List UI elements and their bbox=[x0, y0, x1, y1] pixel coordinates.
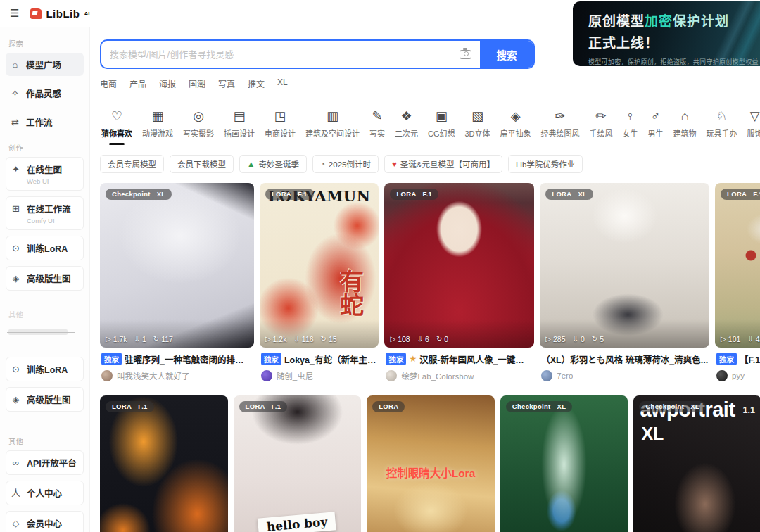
filter-pill[interactable]: 会员下载模型 bbox=[170, 155, 234, 173]
model-author-row[interactable]: 叫我浅笑大人就好了 bbox=[101, 370, 253, 381]
sidebar-item-label: 会员中心 bbox=[27, 517, 62, 530]
category-label: 猜你喜欢 bbox=[101, 127, 132, 139]
sidebar-item-icon: ◇ bbox=[11, 519, 21, 528]
sidebar-item[interactable]: ◇ 会员中心 bbox=[6, 511, 84, 532]
download-icon: ⇩ bbox=[293, 335, 299, 343]
play-icon: ▷ bbox=[545, 335, 551, 343]
model-author-row[interactable]: pyy bbox=[716, 370, 760, 381]
model-title[interactable]: 驻曜序列_一种笔触密闭的排布情... bbox=[125, 353, 253, 366]
download-count-value: 42 bbox=[756, 335, 760, 343]
sidebar-item-label: 训练LoRA bbox=[27, 362, 68, 376]
model-author-row[interactable]: 随创_虫尼 bbox=[261, 370, 378, 381]
category-item[interactable]: ▥ 建筑及空间设计 bbox=[304, 108, 361, 145]
sidebar-item-label: 高级版生图 bbox=[27, 272, 71, 285]
play-count-value: 101 bbox=[728, 335, 741, 343]
category-item[interactable]: ◈ 扁平抽象 bbox=[499, 108, 533, 145]
model-title[interactable]: 【F.1课程作业】- 60,70年代风格插画 bbox=[740, 353, 760, 366]
category-label: 电商设计 bbox=[265, 127, 296, 139]
model-title[interactable]: （XL）彩羽とも风格 琉璃薄荷冰_清爽色... bbox=[541, 353, 708, 366]
sidebar-item-label: 高级版生图 bbox=[27, 393, 71, 406]
sidebar-item[interactable]: ⊙ 训练LoRA bbox=[6, 236, 84, 260]
model-thumbnail: LORA XL ▷285 ⇩0 ↻5 bbox=[540, 183, 709, 348]
run-count: ↻15 bbox=[321, 335, 337, 343]
sidebar-item[interactable]: ◈ 高级版生图 bbox=[6, 387, 84, 412]
model-card[interactable]: Checkpoint XL ▷1.7k ⇩1 ↻117 bbox=[100, 183, 254, 388]
model-card[interactable]: LORA F.1 ▷448 ⇩35 ↻48 bbox=[100, 395, 228, 532]
category-item[interactable]: ▽ 服饰 bbox=[746, 108, 760, 145]
hamburger-menu-icon[interactable]: ☰ bbox=[10, 7, 19, 20]
model-card[interactable]: LORA 控制眼睛大小Lora ▷455 ⇩0 ↻6 bbox=[367, 395, 495, 532]
model-card[interactable]: Checkpoint XL awportrait XL 1.1 ▷97.3k ⇩… bbox=[633, 395, 760, 532]
category-item[interactable]: ✏ 手绘风 bbox=[588, 108, 614, 145]
category-item[interactable]: ❖ 二次元 bbox=[393, 108, 419, 145]
model-card[interactable]: LORA F.1 hello boy ▷8.1k ⇩1.8k ↻43 bbox=[234, 395, 362, 532]
category-item[interactable]: ♀ 女生 bbox=[621, 108, 640, 145]
filter-pill[interactable]: 会员专属模型 bbox=[100, 155, 164, 173]
model-thumbnail: LORA 控制眼睛大小Lora ▷455 ⇩0 ↻6 bbox=[367, 395, 495, 532]
search-button[interactable]: 搜索 bbox=[480, 41, 533, 68]
category-icon: ⌂ bbox=[681, 108, 689, 125]
model-title[interactable]: Lokya_有蛇（新年主题） bbox=[284, 353, 378, 366]
play-icon: ▷ bbox=[390, 335, 395, 343]
brand-logo[interactable]: LibLib AI bbox=[30, 8, 89, 20]
category-item[interactable]: ▣ CG幻想 bbox=[426, 108, 457, 145]
filter-pill-label: 会员专属模型 bbox=[108, 158, 156, 170]
sidebar-item[interactable]: ⊞ 在线工作流 Comfy UI bbox=[6, 196, 84, 230]
download-count-value: 116 bbox=[302, 335, 314, 343]
category-item[interactable]: ▧ 3D立体 bbox=[464, 108, 492, 145]
model-card[interactable]: LORA XL ▷285 ⇩0 ↻5 bbox=[540, 183, 709, 388]
category-icon: ▥ bbox=[327, 108, 338, 125]
quick-tag[interactable]: 推文 bbox=[248, 77, 265, 89]
category-item[interactable]: ◳ 电商设计 bbox=[263, 108, 297, 145]
model-card[interactable]: LORA F.1 LOKYAMUN 有蛇 ▷1.2k ⇩116 ↻15 bbox=[260, 183, 379, 388]
quick-tag[interactable]: 写真 bbox=[218, 77, 235, 89]
author-avatar bbox=[386, 370, 397, 381]
camera-search-icon[interactable] bbox=[460, 50, 471, 59]
filter-pill-icon: ▲ bbox=[247, 160, 255, 168]
search-input[interactable] bbox=[101, 49, 460, 60]
category-label: 二次元 bbox=[395, 127, 418, 139]
category-item[interactable]: ✑ 经典绘图风 bbox=[540, 108, 581, 145]
sidebar-item[interactable]: ⌂ 模型广场 bbox=[6, 53, 84, 76]
category-label: 写实 bbox=[369, 127, 385, 139]
quick-tag-row: 电商 产品 海报 国潮 写真 推文 XL bbox=[100, 77, 760, 89]
model-title[interactable]: 汉服-新年国风人像_一键生成... bbox=[419, 353, 533, 366]
category-item[interactable]: ▦ 动漫游戏 bbox=[141, 108, 175, 145]
run-count-value: 5 bbox=[600, 335, 604, 343]
category-item[interactable]: ♘ 玩具手办 bbox=[705, 108, 739, 145]
sidebar-item-icon: ◈ bbox=[11, 395, 21, 404]
model-card[interactable]: LORA F.1 ▷108 ⇩6 ↻0 bbox=[384, 183, 534, 388]
category-item[interactable]: ⌂ 建筑物 bbox=[672, 108, 698, 145]
sidebar-item-icon: ⌂ bbox=[10, 60, 20, 69]
model-type: Checkpoint bbox=[512, 403, 551, 410]
quick-tag[interactable]: 海报 bbox=[159, 77, 176, 89]
author-name: 绘梦Lab_Colorshow bbox=[401, 370, 474, 381]
filter-pill[interactable]: ◔ 2025倒计时 bbox=[312, 155, 379, 173]
quick-tag[interactable]: XL bbox=[277, 77, 288, 89]
quick-tag[interactable]: 电商 bbox=[100, 77, 117, 89]
category-item[interactable]: ◎ 写实摄影 bbox=[182, 108, 215, 145]
sidebar-item[interactable]: ✦ 在线生图 Web UI bbox=[6, 157, 84, 191]
category-item[interactable]: ✎ 写实 bbox=[368, 108, 386, 145]
sidebar-item[interactable]: ◈ 高级版生图 bbox=[6, 266, 84, 291]
filter-pill[interactable]: ▲ 奇妙圣诞季 bbox=[239, 155, 307, 173]
model-author-row[interactable]: 7ero bbox=[541, 370, 708, 381]
quick-tag[interactable]: 产品 bbox=[129, 77, 146, 89]
category-item[interactable]: ♡ 猜你喜欢 bbox=[100, 108, 134, 145]
model-card[interactable]: Checkpoint XL ▷654 ⇩0 ↻22 bbox=[500, 395, 628, 532]
download-count: ⇩0 bbox=[573, 335, 585, 343]
author-name: 7ero bbox=[557, 372, 573, 380]
filter-pill[interactable]: ♥ 圣诞&元旦模型【可商用】 bbox=[384, 155, 502, 173]
category-item[interactable]: ♂ 男生 bbox=[647, 108, 665, 145]
model-card[interactable]: LORA F.1 ▷101 ⇩42 ↻8 bbox=[715, 183, 760, 388]
sidebar-item[interactable]: ✧ 作品灵感 bbox=[6, 82, 84, 105]
category-item[interactable]: ▤ 插画设计 bbox=[222, 108, 256, 145]
filter-pill[interactable]: Lib学院优秀作业 bbox=[508, 155, 583, 173]
model-author-row[interactable]: 绘梦Lab_Colorshow bbox=[386, 370, 533, 381]
model-type: LORA bbox=[727, 190, 747, 198]
sidebar-item[interactable]: ⊙ 训练LoRA bbox=[6, 357, 84, 381]
sidebar-item[interactable]: ∞ API开放平台 bbox=[6, 450, 84, 475]
sidebar-item[interactable]: 人 个人中心 bbox=[6, 481, 84, 505]
quick-tag[interactable]: 国潮 bbox=[189, 77, 205, 89]
sidebar-item[interactable]: ⇄ 工作流 bbox=[6, 110, 84, 134]
